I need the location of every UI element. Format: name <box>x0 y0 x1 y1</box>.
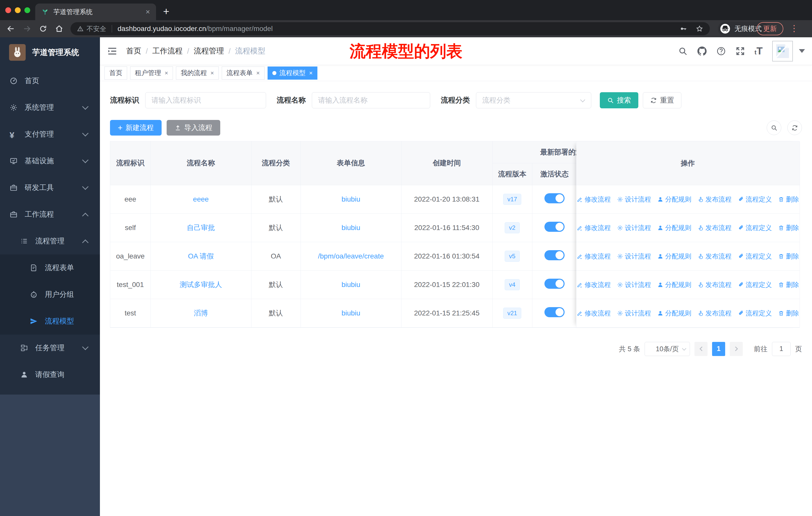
tag-process-model[interactable]: 流程模型× <box>267 66 317 80</box>
cell-name-link[interactable]: 测试多审批人 <box>150 270 251 299</box>
page-size-select[interactable]: 10条/页 <box>645 342 690 356</box>
import-process-button[interactable]: 导入流程 <box>167 120 220 136</box>
sidebar-item-pay[interactable]: ¥ 支付管理 <box>0 121 100 147</box>
cell-form-link[interactable]: biubiu <box>300 299 401 327</box>
publish-process-link[interactable]: 发布流程 <box>697 309 732 318</box>
forward-icon[interactable] <box>23 24 31 33</box>
sidebar-item-leave-query[interactable]: 请假查询 <box>0 361 100 388</box>
sidebar-item-process-form[interactable]: 流程表单 <box>0 254 100 281</box>
cell-form-link[interactable]: biubiu <box>300 213 401 242</box>
tag-close-icon[interactable]: × <box>210 70 214 77</box>
process-definition-link[interactable]: 流程定义 <box>738 309 772 318</box>
create-process-button[interactable]: + 新建流程 <box>110 120 162 136</box>
window-zoom-button[interactable] <box>24 7 30 13</box>
process-definition-link[interactable]: 流程定义 <box>738 223 772 232</box>
breadcrumb-workflow[interactable]: 工作流程 <box>152 46 182 56</box>
tag-tenant[interactable]: 租户管理× <box>130 66 173 80</box>
home-icon[interactable] <box>55 24 63 33</box>
refresh-table-button[interactable] <box>787 120 802 135</box>
publish-process-link[interactable]: 发布流程 <box>697 195 732 204</box>
avatar[interactable] <box>772 41 793 61</box>
modify-process-link[interactable]: 修改流程 <box>577 280 611 289</box>
sidebar-item-process-mgmt[interactable]: 流程管理 <box>0 228 100 254</box>
search-button[interactable]: 搜索 <box>600 92 638 108</box>
current-page-button[interactable]: 1 <box>712 342 725 356</box>
assign-rule-link[interactable]: 分配规则 <box>657 195 691 204</box>
design-process-link[interactable]: 设计流程 <box>617 309 651 318</box>
delete-link[interactable]: 删除 <box>778 309 799 318</box>
status-toggle[interactable] <box>545 193 564 203</box>
status-toggle[interactable] <box>545 250 564 260</box>
github-icon[interactable] <box>697 46 707 56</box>
fullscreen-icon[interactable] <box>735 46 745 56</box>
design-process-link[interactable]: 设计流程 <box>617 252 651 261</box>
window-close-button[interactable] <box>5 7 11 13</box>
cell-form-link[interactable]: /bpm/oa/leave/create <box>300 242 401 270</box>
sidebar-item-system[interactable]: 系统管理 <box>0 94 100 121</box>
goto-page-input[interactable] <box>772 342 791 356</box>
modify-process-link[interactable]: 修改流程 <box>577 195 611 204</box>
modify-process-link[interactable]: 修改流程 <box>577 309 611 318</box>
browser-menu-icon[interactable]: ⋮ <box>790 23 799 33</box>
help-icon[interactable] <box>716 46 726 56</box>
next-page-button[interactable] <box>730 342 743 356</box>
tag-my-process[interactable]: 我的流程× <box>176 66 219 80</box>
status-toggle[interactable] <box>545 307 564 317</box>
assign-rule-link[interactable]: 分配规则 <box>657 252 691 261</box>
publish-process-link[interactable]: 发布流程 <box>697 280 732 289</box>
publish-process-link[interactable]: 发布流程 <box>697 252 732 261</box>
version-badge[interactable]: v5 <box>505 251 520 262</box>
bookmark-star-icon[interactable] <box>696 25 703 32</box>
cell-name-link[interactable]: eeee <box>150 185 251 213</box>
back-icon[interactable] <box>6 24 15 33</box>
font-size-icon[interactable]: tT <box>755 45 763 57</box>
breadcrumb-home[interactable]: 首页 <box>126 46 141 56</box>
new-tab-button[interactable]: + <box>163 5 169 18</box>
delete-link[interactable]: 删除 <box>778 195 799 204</box>
tag-close-icon[interactable]: × <box>309 70 313 77</box>
tag-close-icon[interactable]: × <box>256 70 260 77</box>
process-definition-link[interactable]: 流程定义 <box>738 252 772 261</box>
prev-page-button[interactable] <box>694 342 707 356</box>
design-process-link[interactable]: 设计流程 <box>617 280 651 289</box>
assign-rule-link[interactable]: 分配规则 <box>657 280 691 289</box>
version-badge[interactable]: v17 <box>503 194 522 205</box>
filter-id-input[interactable] <box>145 92 266 108</box>
browser-update-button[interactable]: 更新 <box>757 22 783 35</box>
version-badge[interactable]: v4 <box>505 279 520 290</box>
cell-form-link[interactable]: biubiu <box>300 270 401 299</box>
design-process-link[interactable]: 设计流程 <box>617 195 651 204</box>
delete-link[interactable]: 删除 <box>778 223 799 232</box>
sidebar-item-home[interactable]: 首页 <box>0 67 100 94</box>
version-badge[interactable]: v21 <box>503 308 522 319</box>
sidebar-item-user-group[interactable]: 用户分组 <box>0 281 100 308</box>
assign-rule-link[interactable]: 分配规则 <box>657 309 691 318</box>
delete-link[interactable]: 删除 <box>778 280 799 289</box>
filter-category-select[interactable]: 流程分类 <box>476 92 591 108</box>
modify-process-link[interactable]: 修改流程 <box>577 223 611 232</box>
tab-close-icon[interactable]: × <box>145 7 150 16</box>
sidebar-item-infra[interactable]: 基础设施 <box>0 147 100 174</box>
breadcrumb-process-mgmt[interactable]: 流程管理 <box>194 46 224 56</box>
tag-home[interactable]: 首页 <box>105 66 127 80</box>
reload-icon[interactable] <box>39 24 47 33</box>
sidebar-item-devtools[interactable]: 研发工具 <box>0 174 100 201</box>
process-definition-link[interactable]: 流程定义 <box>738 280 772 289</box>
sidebar-collapse-icon[interactable] <box>107 46 118 56</box>
filter-name-input[interactable] <box>312 92 430 108</box>
cell-name-link[interactable]: 自己审批 <box>150 213 251 242</box>
process-definition-link[interactable]: 流程定义 <box>738 195 772 204</box>
tag-process-form[interactable]: 流程表单× <box>222 66 265 80</box>
reset-button[interactable]: 重置 <box>643 92 682 108</box>
sidebar-item-task-mgmt[interactable]: 任务管理 <box>0 334 100 361</box>
password-key-icon[interactable] <box>679 25 687 32</box>
cell-name-link[interactable]: OA 请假 <box>150 242 251 270</box>
version-badge[interactable]: v2 <box>505 222 520 233</box>
caret-down-icon[interactable] <box>799 49 805 53</box>
delete-link[interactable]: 删除 <box>778 252 799 261</box>
sidebar-item-process-model[interactable]: 流程模型 <box>0 308 100 334</box>
cell-name-link[interactable]: 滔博 <box>150 299 251 327</box>
window-minimize-button[interactable] <box>15 7 21 13</box>
toggle-search-button[interactable] <box>767 120 781 135</box>
modify-process-link[interactable]: 修改流程 <box>577 252 611 261</box>
